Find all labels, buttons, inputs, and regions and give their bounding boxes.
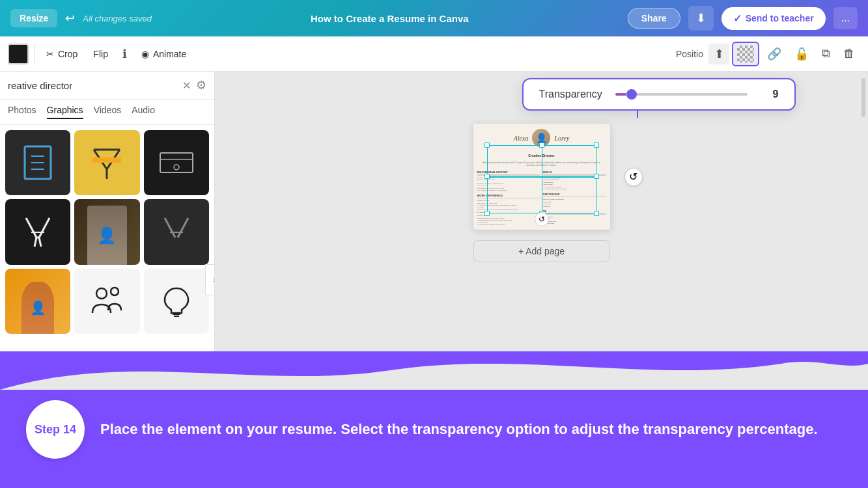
duplicate-icon[interactable]: ⧉	[817, 43, 835, 64]
resume-header: Alexa 👤 Lorey	[473, 124, 610, 152]
asset-item-6[interactable]	[144, 199, 209, 264]
bottom-tutorial-section: Step 14 Place the element on your resume…	[0, 351, 868, 488]
transparency-label: Transparency	[539, 88, 602, 100]
asset-item-4[interactable]	[5, 199, 70, 264]
transparency-icon-button[interactable]	[732, 42, 759, 66]
svg-line-16	[35, 237, 36, 247]
animate-icon: ◉	[141, 49, 149, 59]
image-toolbar: ✂ Crop Flip ℹ ◉ Animate Positio ⬆ 🔗 🔓 ⧉ …	[0, 36, 868, 72]
divider	[34, 44, 35, 64]
crop-button[interactable]: ✂ Crop	[40, 45, 84, 63]
transparency-slider[interactable]	[615, 93, 748, 96]
filter-icon[interactable]: ⚙	[196, 78, 206, 92]
bottom-content: Step 14 Place the element on your resume…	[0, 371, 868, 488]
saved-status: All changes saved	[83, 14, 152, 23]
svg-line-13	[39, 218, 49, 237]
resume-photo: 👤	[532, 129, 550, 147]
crop-icon: ✂	[46, 49, 54, 59]
content-tabs: Photos Graphics Videos Audio	[0, 100, 214, 125]
tab-videos[interactable]: Videos	[94, 105, 122, 119]
app-header: Resize ↩ All changes saved How to Create…	[0, 0, 868, 36]
search-bar: ✕ ⚙	[0, 72, 214, 100]
color-swatch[interactable]	[8, 44, 29, 64]
svg-point-21	[96, 288, 107, 299]
svg-rect-7	[92, 157, 121, 163]
clear-search-icon[interactable]: ✕	[182, 79, 191, 92]
check-icon: ✓	[733, 12, 742, 25]
resize-button[interactable]: Resize	[10, 9, 57, 27]
scrollbar[interactable]	[861, 78, 865, 117]
svg-line-19	[178, 218, 188, 237]
tab-photos[interactable]: Photos	[8, 105, 36, 119]
share-button[interactable]: Share	[628, 8, 680, 29]
asset-item-5[interactable]: 👤	[74, 199, 139, 264]
svg-point-22	[111, 288, 119, 295]
resume-job-title: Creative Director	[476, 154, 608, 157]
document-title: How to Create a Resume in Canva	[160, 13, 620, 24]
more-options-button[interactable]: ...	[833, 7, 858, 29]
checker-icon	[737, 46, 754, 62]
undo-icon[interactable]: ↩	[65, 11, 75, 25]
add-page-button[interactable]: + Add page	[473, 240, 610, 262]
cursor-arrow-icon[interactable]: ⬆	[708, 44, 729, 64]
transparency-popup: Transparency 9	[522, 78, 796, 111]
svg-line-18	[165, 218, 175, 237]
svg-point-11	[174, 165, 179, 170]
asset-item-8[interactable]	[74, 269, 139, 334]
download-button[interactable]: ⬇	[688, 6, 714, 31]
step-badge: Step 14	[26, 400, 85, 459]
link-icon[interactable]: 🔗	[762, 43, 787, 65]
svg-line-17	[39, 237, 41, 247]
lock-icon[interactable]: 🔓	[789, 43, 814, 65]
send-to-teacher-button[interactable]: ✓ Send to teacher	[721, 7, 826, 30]
asset-item-7[interactable]: 👤	[5, 269, 70, 334]
info-button[interactable]: ℹ	[117, 43, 132, 65]
svg-line-12	[26, 218, 36, 237]
rotate-handle[interactable]: ↺	[624, 168, 643, 186]
transparency-value: 9	[761, 88, 779, 100]
resume-card: Alexa 👤 Lorey Creative Director A profes…	[473, 124, 610, 230]
position-label: Positio	[676, 49, 703, 59]
asset-item-3[interactable]	[144, 130, 209, 195]
asset-item-9[interactable]	[144, 269, 209, 334]
rotate-bottom-handle[interactable]: ↺	[535, 212, 549, 226]
tab-audio[interactable]: Audio	[132, 105, 155, 119]
asset-item-1[interactable]	[5, 130, 70, 195]
delete-icon[interactable]: 🗑	[838, 43, 860, 64]
tab-graphics[interactable]: Graphics	[47, 105, 83, 119]
animate-button[interactable]: ◉ Animate	[135, 45, 193, 63]
resume-summary: A professional creative director with 10…	[477, 161, 606, 167]
flip-button[interactable]: Flip	[87, 45, 115, 63]
tutorial-description: Place the element on your resume. Select…	[100, 420, 818, 440]
asset-item-2[interactable]	[74, 130, 139, 195]
send-label: Send to teacher	[746, 13, 814, 23]
search-input[interactable]	[8, 80, 177, 91]
sidebar-collapse-button[interactable]: ›	[205, 264, 215, 295]
